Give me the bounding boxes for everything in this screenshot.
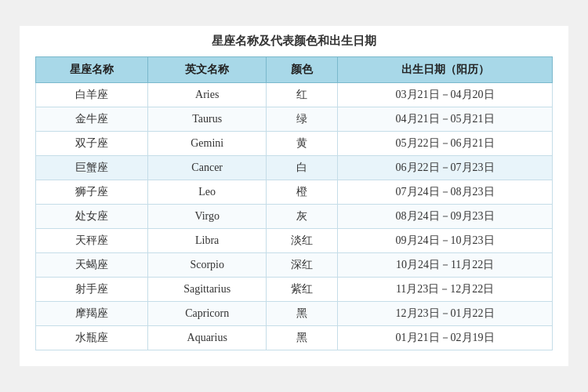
table-row: 狮子座Leo橙07月24日－08月23日 [36, 180, 553, 205]
cell-en: Sagittarius [148, 278, 267, 302]
cell-color: 淡红 [267, 229, 338, 253]
cell-zh: 天秤座 [36, 229, 148, 253]
cell-dates: 04月21日－05月21日 [338, 107, 553, 132]
cell-zh: 天蝎座 [36, 253, 148, 278]
col-header-dates: 出生日期（阳历） [338, 57, 553, 83]
table-row: 处女座Virgo灰08月24日－09月23日 [36, 205, 553, 229]
cell-color: 红 [267, 83, 338, 107]
cell-color: 橙 [267, 180, 338, 205]
zodiac-table: 星座名称 英文名称 颜色 出生日期（阳历） 白羊座Aries红03月21日－04… [35, 56, 553, 350]
cell-color: 黑 [267, 302, 338, 326]
cell-dates: 03月21日－04月20日 [338, 83, 553, 107]
cell-zh: 射手座 [36, 278, 148, 302]
cell-dates: 12月23日－01月22日 [338, 302, 553, 326]
table-row: 水瓶座Aquarius黑01月21日－02月19日 [36, 326, 553, 350]
cell-en: Leo [148, 180, 267, 205]
cell-zh: 金牛座 [36, 107, 148, 132]
cell-dates: 11月23日－12月22日 [338, 278, 553, 302]
cell-en: Capricorn [148, 302, 267, 326]
cell-dates: 07月24日－08月23日 [338, 180, 553, 205]
cell-en: Aries [148, 83, 267, 107]
page-title: 星座名称及代表颜色和出生日期 [35, 34, 553, 49]
table-row: 射手座Sagittarius紫红11月23日－12月22日 [36, 278, 553, 302]
cell-zh: 双子座 [36, 132, 148, 156]
table-row: 天秤座Libra淡红09月24日－10月23日 [36, 229, 553, 253]
cell-zh: 巨蟹座 [36, 156, 148, 180]
cell-en: Scorpio [148, 253, 267, 278]
cell-zh: 狮子座 [36, 180, 148, 205]
cell-en: Cancer [148, 156, 267, 180]
cell-dates: 09月24日－10月23日 [338, 229, 553, 253]
cell-en: Aquarius [148, 326, 267, 350]
cell-zh: 处女座 [36, 205, 148, 229]
cell-color: 灰 [267, 205, 338, 229]
table-row: 双子座Gemini黄05月22日－06月21日 [36, 132, 553, 156]
table-row: 白羊座Aries红03月21日－04月20日 [36, 83, 553, 107]
cell-color: 白 [267, 156, 338, 180]
cell-en: Virgo [148, 205, 267, 229]
cell-dates: 05月22日－06月21日 [338, 132, 553, 156]
cell-en: Taurus [148, 107, 267, 132]
col-header-en: 英文名称 [148, 57, 267, 83]
cell-zh: 摩羯座 [36, 302, 148, 326]
cell-en: Gemini [148, 132, 267, 156]
cell-color: 黄 [267, 132, 338, 156]
table-row: 金牛座Taurus绿04月21日－05月21日 [36, 107, 553, 132]
col-header-zh: 星座名称 [36, 57, 148, 83]
cell-zh: 白羊座 [36, 83, 148, 107]
cell-color: 绿 [267, 107, 338, 132]
table-row: 巨蟹座Cancer白06月22日－07月23日 [36, 156, 553, 180]
cell-color: 黑 [267, 326, 338, 350]
col-header-color: 颜色 [267, 57, 338, 83]
cell-dates: 01月21日－02月19日 [338, 326, 553, 350]
cell-color: 紫红 [267, 278, 338, 302]
table-header-row: 星座名称 英文名称 颜色 出生日期（阳历） [36, 57, 553, 83]
cell-color: 深红 [267, 253, 338, 278]
table-row: 摩羯座Capricorn黑12月23日－01月22日 [36, 302, 553, 326]
cell-en: Libra [148, 229, 267, 253]
cell-dates: 10月24日－11月22日 [338, 253, 553, 278]
main-container: 星座名称及代表颜色和出生日期 星座名称 英文名称 颜色 出生日期（阳历） 白羊座… [20, 26, 568, 366]
cell-dates: 08月24日－09月23日 [338, 205, 553, 229]
cell-dates: 06月22日－07月23日 [338, 156, 553, 180]
table-row: 天蝎座Scorpio深红10月24日－11月22日 [36, 253, 553, 278]
cell-zh: 水瓶座 [36, 326, 148, 350]
